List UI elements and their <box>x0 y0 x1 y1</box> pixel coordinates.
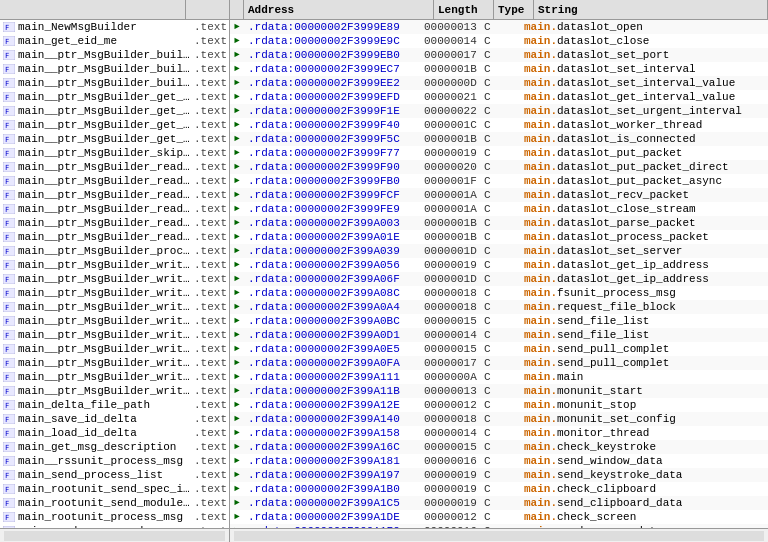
data-row[interactable]: ►.rdata:00000002F399A1110000000ACmain.ma… <box>230 370 768 384</box>
data-row[interactable]: ►.rdata:00000002F3999E8900000013Cmain.da… <box>230 20 768 34</box>
function-row[interactable]: Fmain__ptr_MsgBuilder_write_u32.text <box>0 300 229 314</box>
data-row[interactable]: ►.rdata:00000002F399A0FA00000017Cmain.se… <box>230 356 768 370</box>
function-row[interactable]: Fmain__ptr_MsgBuilder_skip_bytes.text <box>0 146 229 160</box>
data-row[interactable]: ►.rdata:00000002F399A06F0000001DCmain.da… <box>230 272 768 286</box>
function-row[interactable]: Fmain__ptr_MsgBuilder_build_begin.text <box>0 48 229 62</box>
function-row[interactable]: Fmain__ptr_MsgBuilder_write_unicode_byte… <box>0 370 229 384</box>
function-row[interactable]: Fmain__ptr_MsgBuilder_write_unicode_stri… <box>0 384 229 398</box>
function-row[interactable]: Fmain_send_process_list.text <box>0 468 229 482</box>
data-row[interactable]: ►.rdata:00000002F3999F400000001CCmain.da… <box>230 118 768 132</box>
data-length: 0000001B <box>420 217 480 229</box>
data-row[interactable]: ►.rdata:00000002F399A0030000001BCmain.da… <box>230 216 768 230</box>
svg-text:F: F <box>5 178 9 186</box>
data-row[interactable]: ►.rdata:00000002F399A05600000019Cmain.da… <box>230 258 768 272</box>
function-row[interactable]: Fmain_rootunit_process_msg.text <box>0 510 229 524</box>
row-arrow-icon: ► <box>230 470 244 480</box>
row-arrow-icon: ► <box>230 442 244 452</box>
function-row[interactable]: Fmain__ptr_MsgBuilder_read_u8.text <box>0 160 229 174</box>
data-row[interactable]: ►.rdata:00000002F3999EB000000017Cmain.da… <box>230 48 768 62</box>
function-row[interactable]: Fmain_save_id_delta.text <box>0 412 229 426</box>
function-row[interactable]: Fmain__ptr_MsgBuilder_read_unicode_bytes… <box>0 216 229 230</box>
data-row[interactable]: ►.rdata:00000002F3999FCF0000001ACmain.da… <box>230 188 768 202</box>
svg-text:F: F <box>5 122 9 130</box>
data-row[interactable]: ►.rdata:00000002F399A19700000019Cmain.se… <box>230 468 768 482</box>
function-row[interactable]: Fmain_rootunit_send_module_info.text <box>0 496 229 510</box>
function-icon: F <box>2 91 16 103</box>
data-address: .rdata:00000002F3999FCF <box>244 189 420 201</box>
function-list[interactable]: Fmain_NewMsgBuilder.textFmain_get_eid_me… <box>0 20 229 528</box>
data-row[interactable]: ►.rdata:00000002F399A1DE00000012Cmain.ch… <box>230 510 768 524</box>
svg-text:F: F <box>5 136 9 144</box>
function-segment-label: .text <box>194 511 227 523</box>
function-icon: F <box>2 385 16 397</box>
right-h-scrollbar[interactable] <box>234 531 764 541</box>
function-row[interactable]: Fmain__ptr_MsgBuilder_get_msg_id.text <box>0 104 229 118</box>
function-row[interactable]: Fmain__ptr_MsgBuilder_write_bytes.text <box>0 356 229 370</box>
function-row[interactable]: Fmain__ptr_MsgBuilder_get_buffer.text <box>0 90 229 104</box>
function-row[interactable]: Fmain__rssunit_process_msg.text <box>0 454 229 468</box>
function-row[interactable]: Fmain__ptr_MsgBuilder_read_unicode_strin… <box>0 230 229 244</box>
function-row[interactable]: Fmain__ptr_MsgBuilder_get_eid_sender.tex… <box>0 118 229 132</box>
data-row[interactable]: ►.rdata:00000002F3999F7700000019Cmain.da… <box>230 146 768 160</box>
data-row[interactable]: ►.rdata:00000002F399A08C00000018Cmain.fs… <box>230 286 768 300</box>
function-row[interactable]: Fmain__ptr_MsgBuilder_write_u16.text <box>0 286 229 300</box>
function-row[interactable]: Fmain__ptr_MsgBuilder_write_u64_at.text <box>0 342 229 356</box>
data-row[interactable]: ►.rdata:00000002F3999FE90000001ACmain.da… <box>230 202 768 216</box>
function-row[interactable]: Fmain__ptr_MsgBuilder_read_bytes.text <box>0 202 229 216</box>
data-row[interactable]: ►.rdata:00000002F3999F1E00000022Cmain.da… <box>230 104 768 118</box>
function-segment-label: .text <box>194 371 227 383</box>
function-row[interactable]: Fmain__ptr_MsgBuilder_write_u64.text <box>0 328 229 342</box>
function-row[interactable]: Fmain_NewMsgBuilder.text <box>0 20 229 34</box>
function-row[interactable]: Fmain_delta_file_path.text <box>0 398 229 412</box>
data-row[interactable]: ►.rdata:00000002F399A14000000018Cmain.mo… <box>230 412 768 426</box>
data-row[interactable]: ►.rdata:00000002F399A12E00000012Cmain.mo… <box>230 398 768 412</box>
data-row[interactable]: ►.rdata:00000002F399A16C00000015Cmain.ch… <box>230 440 768 454</box>
data-row[interactable]: ►.rdata:00000002F399A18100000016Cmain.se… <box>230 454 768 468</box>
data-row[interactable]: ►.rdata:00000002F399A0A400000018Cmain.re… <box>230 300 768 314</box>
string-suffix: dataslot_close_stream <box>557 203 696 215</box>
data-row[interactable]: ►.rdata:00000002F399A11B00000013Cmain.mo… <box>230 384 768 398</box>
function-row[interactable]: Fmain__ptr_MsgBuilder_read_u64.text <box>0 188 229 202</box>
data-row[interactable]: ►.rdata:00000002F3999EFD00000021Cmain.da… <box>230 90 768 104</box>
function-icon: F <box>2 133 16 145</box>
data-row[interactable]: ►.rdata:00000002F399A0390000001DCmain.da… <box>230 244 768 258</box>
data-row[interactable]: ►.rdata:00000002F399A0D100000014Cmain.se… <box>230 328 768 342</box>
function-row[interactable]: Fmain__ptr_MsgBuilder_write_u8.text <box>0 272 229 286</box>
data-row[interactable]: ►.rdata:00000002F399A1C500000019Cmain.se… <box>230 496 768 510</box>
left-bottom-scroll[interactable] <box>0 528 229 542</box>
function-icon: F <box>2 203 16 215</box>
function-row[interactable]: Fmain__ptr_MsgBuilder_write_u32_at.text <box>0 314 229 328</box>
function-row[interactable]: Fmain__ptr_MsgBuilder_build_reset.text <box>0 62 229 76</box>
right-data-list[interactable]: ►.rdata:00000002F3999E8900000013Cmain.da… <box>230 20 768 528</box>
data-row[interactable]: ►.rdata:00000002F399A15800000014Cmain.mo… <box>230 426 768 440</box>
string-prefix: main. <box>524 147 557 159</box>
data-row[interactable]: ►.rdata:00000002F399A0BC00000015Cmain.se… <box>230 314 768 328</box>
function-icon: F <box>2 259 16 271</box>
right-bottom-scroll[interactable] <box>230 528 768 542</box>
data-row[interactable]: ►.rdata:00000002F3999E9C00000014Cmain.da… <box>230 34 768 48</box>
function-row[interactable]: Fmain_get_msg_description.text <box>0 440 229 454</box>
function-row[interactable]: Fmain__ptr_MsgBuilder_get_port.text <box>0 132 229 146</box>
function-row[interactable]: Fmain__ptr_MsgBuilder_write_value.text <box>0 258 229 272</box>
data-address: .rdata:00000002F399A06F <box>244 273 420 285</box>
data-row[interactable]: ►.rdata:00000002F399A1B000000019Cmain.ch… <box>230 482 768 496</box>
function-row[interactable]: Fmain_get_eid_me.text <box>0 34 229 48</box>
function-row[interactable]: Fmain__ptr_MsgBuilder_build_end.text <box>0 76 229 90</box>
function-row[interactable]: Fmain__ptr_MsgBuilder_read_u32.text <box>0 174 229 188</box>
function-row[interactable]: Fmain_rootunit_send_spec_info.text <box>0 482 229 496</box>
data-string: main.dataslot_close_stream <box>520 203 768 215</box>
data-type: C <box>480 441 520 453</box>
data-row[interactable]: ►.rdata:00000002F399A01E0000001BCmain.da… <box>230 230 768 244</box>
function-row[interactable]: Fmain__ptr_MsgBuilder_process_bytes.text <box>0 244 229 258</box>
function-segment-label: .text <box>194 203 227 215</box>
data-row[interactable]: ►.rdata:00000002F3999EE20000000DCmain.da… <box>230 76 768 90</box>
function-segment-label: .text <box>194 427 227 439</box>
function-segment-label: .text <box>194 343 227 355</box>
left-h-scrollbar[interactable] <box>4 531 225 541</box>
function-row[interactable]: Fmain_load_id_delta.text <box>0 426 229 440</box>
data-row[interactable]: ►.rdata:00000002F3999F5C0000001BCmain.da… <box>230 132 768 146</box>
data-row[interactable]: ►.rdata:00000002F399A0E500000015Cmain.se… <box>230 342 768 356</box>
data-row[interactable]: ►.rdata:00000002F3999F9000000020Cmain.da… <box>230 160 768 174</box>
data-row[interactable]: ►.rdata:00000002F3999FB00000001FCmain.da… <box>230 174 768 188</box>
data-row[interactable]: ►.rdata:00000002F3999EC70000001BCmain.da… <box>230 62 768 76</box>
